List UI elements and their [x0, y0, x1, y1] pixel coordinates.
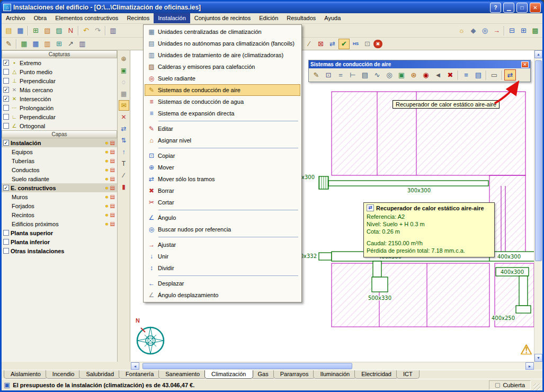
damper-icon[interactable]: = — [335, 69, 346, 81]
menu-edicion[interactable]: Edición — [255, 13, 282, 23]
draw-duct-icon[interactable]: ✎ — [310, 69, 322, 81]
edit-elements-icon[interactable]: ⊕ — [119, 54, 129, 64]
menu-conjuntos-de-recintos[interactable]: Conjuntos de recintos — [190, 13, 255, 23]
close-button[interactable]: ✕ — [530, 3, 541, 13]
cancel-icon[interactable]: ✖ — [373, 40, 382, 48]
open-file-icon[interactable]: ▤ — [3, 25, 14, 36]
capture-option-prolongacion[interactable]: ⋯ Prolongación — [2, 103, 117, 112]
layer-e-constructivos[interactable]: E. constructivos ●▤ — [2, 183, 117, 192]
checkbox[interactable] — [3, 78, 9, 84]
tab-aislamiento[interactable]: Aislamiento — [4, 370, 48, 379]
vertical-scroll-thumb[interactable] — [535, 60, 542, 261]
junction-icon[interactable]: ⊢ — [347, 69, 359, 81]
view-list-icon[interactable]: ▤ — [472, 69, 484, 81]
tab-pararrayos[interactable]: Pararrayos — [273, 370, 316, 379]
edit-list-icon[interactable]: ≡ — [460, 69, 472, 81]
undo-icon[interactable]: ↶ — [81, 25, 92, 36]
minimize-button[interactable]: ▁ — [503, 3, 514, 13]
layer-print-icon[interactable]: ▤ — [110, 158, 115, 164]
help-button[interactable]: ? — [490, 3, 501, 13]
menu-item-mover-tramos[interactable]: ⇄ Mover sólo los tramos — [145, 173, 300, 185]
capture-option-ortogonal[interactable]: ∠ Ortogonal — [2, 121, 117, 130]
menu-item-angulo[interactable]: ∠ Ángulo — [145, 212, 300, 224]
layer-print-icon[interactable]: ▤ — [110, 194, 115, 200]
plan-template-blue-icon[interactable]: ▦ — [30, 39, 41, 49]
layer-recintos[interactable]: Recintos ●▤ — [2, 210, 117, 219]
view-3d-icon[interactable]: ◆ — [468, 25, 479, 36]
menu-ayuda[interactable]: Ayuda — [320, 13, 345, 23]
dxf-template-icon[interactable]: ▣ — [119, 65, 129, 76]
layer-suelo-radiante[interactable]: Suelo radiante ●▤ — [2, 174, 117, 183]
flip-horizontal-icon[interactable]: ⇄ — [119, 123, 129, 134]
snap-points-icon[interactable]: ◌ — [119, 77, 129, 87]
config-icon[interactable]: ▩ — [530, 25, 541, 36]
checkbox[interactable] — [3, 140, 9, 146]
checkbox[interactable] — [3, 87, 9, 93]
print-icon[interactable]: ▥ — [108, 25, 119, 36]
floor-indicator[interactable]: ▢ Cubierta — [489, 380, 531, 390]
menu-item-asignar-nivel[interactable]: ⌂ Asignar nivel — [145, 135, 300, 146]
menu-item-cortar[interactable]: ✂ Cortar — [145, 197, 300, 208]
measurements-icon[interactable]: ▥ — [42, 39, 53, 49]
horizontal-scroll-thumb[interactable] — [142, 363, 352, 369]
layer-print-icon[interactable]: ▤ — [110, 203, 115, 209]
maximize-button[interactable]: □ — [516, 3, 528, 13]
menu-item-suelo-radiante[interactable]: ◎ Suelo radiante — [145, 73, 300, 84]
heat-recovery-icon[interactable]: ⇄ — [504, 69, 516, 81]
secondary-view-icon[interactable]: ⊡ — [362, 39, 373, 49]
capture-option-punto-medio[interactable]: △ Punto medio — [2, 67, 117, 76]
zoom-icon[interactable]: ◎ — [479, 25, 491, 36]
menu-item-copiar[interactable]: ⊡ Copiar — [145, 150, 300, 162]
menu-item-dividir[interactable]: ↕ Dividir — [145, 262, 300, 274]
tab-electricidad[interactable]: Electricidad — [354, 370, 398, 379]
menu-item-fancoils[interactable]: ▤ Unidades no autónomas para climatizaci… — [145, 38, 300, 49]
scroll-down-icon[interactable]: ▼ — [534, 354, 542, 362]
menu-item-unidades-centralizadas[interactable]: ▦ Unidades centralizadas de climatizació… — [145, 26, 300, 38]
layer-otras-instalaciones[interactable]: Otras instalaciones — [2, 246, 117, 255]
capture-option-interseccion[interactable]: ✕ Intersección — [2, 94, 117, 103]
segment-icon[interactable]: ∕ — [119, 170, 129, 181]
menu-instalacion[interactable]: Instalación — [154, 13, 190, 23]
menu-item-buscar-nudos[interactable]: ◎ Buscar nudos por referencia — [145, 224, 300, 235]
confirm-check-icon[interactable]: ✔ — [338, 39, 350, 49]
target-diffuser-icon[interactable]: ◉ — [420, 69, 432, 81]
tab-fontaneria[interactable]: Fontanería — [119, 370, 160, 379]
vertical-scrollbar[interactable]: ▲ ▼ — [534, 50, 542, 362]
resize-grip[interactable] — [533, 384, 540, 390]
move-up-icon[interactable]: ↑ — [119, 147, 129, 157]
tab-incendio[interactable]: Incendio — [46, 370, 82, 379]
tab-gas[interactable]: Gas — [251, 370, 275, 379]
capture-option-mas-cercano[interactable]: ✕ Más cercano — [2, 85, 117, 94]
nozzle-icon[interactable]: ◄ — [432, 69, 444, 81]
menu-item-borrar[interactable]: ✖ Borrar — [145, 185, 300, 197]
erase-icon[interactable]: ⊠ — [315, 39, 326, 49]
delete-element-icon[interactable]: ✕ — [119, 112, 129, 122]
tab-salubridad[interactable]: Salubridad — [79, 370, 121, 379]
checkbox[interactable] — [3, 105, 9, 111]
menu-archivo[interactable]: Archivo — [2, 13, 30, 23]
text-label-icon[interactable]: T — [119, 158, 129, 169]
draw-tool-icon[interactable]: ✎ — [3, 39, 14, 49]
flexible-duct-icon[interactable]: ∿ — [371, 69, 383, 81]
scroll-up-icon[interactable]: ▲ — [534, 50, 542, 58]
menu-obra[interactable]: Obra — [30, 13, 51, 23]
drawings-icon[interactable]: ⊞ — [53, 39, 65, 49]
warning-icon[interactable]: ⚠ — [520, 342, 532, 358]
layer-print-icon[interactable]: ▤ — [110, 221, 115, 227]
checkbox[interactable] — [3, 69, 9, 75]
export-icon[interactable]: → — [491, 25, 502, 36]
hidre-layers-icon[interactable]: HS — [350, 39, 361, 49]
new-element-icon[interactable]: ⊞ — [30, 25, 41, 36]
layer-print-icon[interactable]: ▤ — [110, 149, 115, 155]
render-icon[interactable]: ☼ — [456, 25, 467, 36]
square-diffuser-icon[interactable]: ▣ — [396, 69, 407, 81]
link-arrows-icon[interactable]: ⇄ — [327, 39, 338, 49]
redo-icon[interactable]: ↷ — [92, 25, 103, 36]
floating-toolbar[interactable]: Sistemas de conducción de aire ✕ ✎ ⊡ = ⊢… — [308, 60, 531, 82]
horizontal-scrollbar[interactable]: ◄ ► — [131, 362, 534, 370]
layer-conductos[interactable]: Conductos ●▤ — [2, 165, 117, 174]
comment-bubble-icon[interactable]: ✉ — [119, 100, 129, 111]
window-grid-icon[interactable]: ⊞ — [518, 25, 529, 36]
tab-iluminacion[interactable]: Iluminación — [313, 370, 356, 379]
camera-view-icon[interactable]: ▭ — [488, 69, 500, 81]
